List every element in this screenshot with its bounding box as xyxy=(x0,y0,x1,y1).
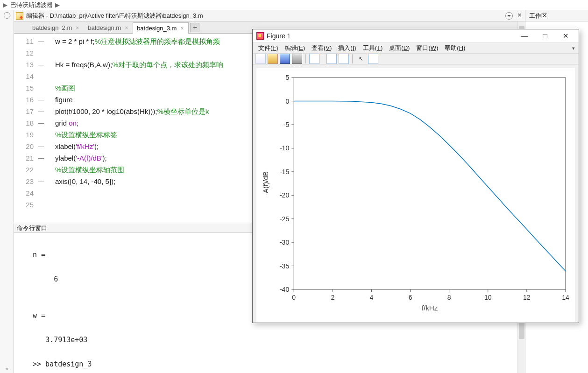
svg-text:-35: -35 xyxy=(280,262,289,270)
svg-text:6: 6 xyxy=(409,294,412,301)
svg-text:-5: -5 xyxy=(283,121,290,128)
colorbar-icon[interactable] xyxy=(339,54,349,64)
svg-text:-15: -15 xyxy=(280,168,289,176)
tab-label: batdesign_3.m xyxy=(137,25,177,32)
menu-查看v[interactable]: 查看(V) xyxy=(309,43,334,53)
inspector-icon[interactable] xyxy=(368,54,378,64)
new-tab-button[interactable]: + xyxy=(190,23,199,32)
menu-工具t[interactable]: 工具(T) xyxy=(360,43,386,53)
svg-text:4: 4 xyxy=(370,294,374,301)
svg-text:0: 0 xyxy=(285,98,289,105)
chevron-down-icon[interactable]: ⌄ xyxy=(5,365,9,371)
chevron-right-icon: ▶ xyxy=(2,0,8,10)
svg-text:0: 0 xyxy=(292,294,296,301)
svg-text:-40: -40 xyxy=(280,286,289,293)
edit-plot-icon[interactable] xyxy=(309,54,319,64)
toolbar-separator xyxy=(323,54,323,63)
save-icon[interactable] xyxy=(280,54,290,64)
svg-text:-A(f)/dB: -A(f)/dB xyxy=(262,171,269,196)
tab-batdesign_2-m[interactable]: batdesign_2.m× xyxy=(28,22,84,33)
menu-桌面d[interactable]: 桌面(D) xyxy=(386,43,412,53)
svg-text:10: 10 xyxy=(484,294,492,301)
tab-label: batdesign.m xyxy=(88,24,121,31)
figure-menubar: 文件(F)编辑(E)查看(V)插入(I)工具(T)桌面(D)窗口(W)帮助(H)… xyxy=(253,43,579,54)
editor-close-button[interactable]: ✕ xyxy=(516,12,523,20)
breadcrumb[interactable]: ▶ 巴特沃斯滤波器 ▶ xyxy=(0,0,588,10)
breadcrumb-item[interactable]: 巴特沃斯滤波器 xyxy=(10,1,53,8)
maximize-button[interactable]: □ xyxy=(535,29,555,42)
close-button[interactable]: ✕ xyxy=(555,29,576,42)
svg-text:2: 2 xyxy=(331,294,334,301)
menu-文件f[interactable]: 文件(F) xyxy=(255,43,281,53)
editor-title: 编辑器 - D:\matlab_prj\Active filter\巴特沃斯滤波… xyxy=(26,12,503,20)
svg-text:f/kHz: f/kHz xyxy=(422,304,438,312)
minimize-button[interactable]: — xyxy=(514,29,535,42)
svg-text:-20: -20 xyxy=(280,191,289,199)
svg-text:12: 12 xyxy=(523,294,531,301)
editor-icon xyxy=(16,12,23,20)
figure-title: Figure 1 xyxy=(267,32,514,40)
new-figure-icon[interactable] xyxy=(255,54,266,64)
svg-rect-0 xyxy=(294,77,566,289)
figure-toolbar xyxy=(253,54,579,64)
svg-text:5: 5 xyxy=(285,74,289,81)
editor-menu-dropdown[interactable] xyxy=(505,12,513,20)
svg-text:-30: -30 xyxy=(280,239,289,246)
dock-figure-icon[interactable]: ▾ xyxy=(572,45,576,51)
tab-batdesign_3-m[interactable]: batdesign_3.m× xyxy=(133,22,189,34)
matlab-figure-icon xyxy=(256,32,264,40)
open-icon[interactable] xyxy=(268,54,278,64)
figure-titlebar[interactable]: Figure 1 — □ ✕ xyxy=(253,29,579,43)
menu-编辑e[interactable]: 编辑(E) xyxy=(282,43,308,53)
collapse-toggle-icon[interactable] xyxy=(4,12,10,19)
toolbar-separator xyxy=(305,54,306,63)
tab-label: batdesign_2.m xyxy=(32,24,72,31)
svg-text:-10: -10 xyxy=(280,144,289,152)
menu-帮助h[interactable]: 帮助(H) xyxy=(442,43,468,53)
svg-text:-25: -25 xyxy=(280,215,289,223)
editor-header: 编辑器 - D:\matlab_prj\Active filter\巴特沃斯滤波… xyxy=(14,10,525,21)
chevron-right-icon: ▶ xyxy=(54,0,61,10)
svg-text:14: 14 xyxy=(562,294,569,301)
tab-close-icon[interactable]: × xyxy=(179,25,184,32)
menu-窗口w[interactable]: 窗口(W) xyxy=(413,43,441,53)
tab-batdesign-m[interactable]: batdesign.m× xyxy=(84,22,133,33)
figure-window[interactable]: Figure 1 — □ ✕ 文件(F)编辑(E)查看(V)插入(I)工具(T)… xyxy=(252,29,579,323)
menu-插入i[interactable]: 插入(I) xyxy=(335,43,359,53)
left-gutter: ⌄ xyxy=(0,10,14,373)
plot-axes[interactable]: 02468101214-40-35-30-25-20-15-10-505f/kH… xyxy=(256,68,575,323)
pointer-icon[interactable] xyxy=(356,54,366,64)
svg-text:8: 8 xyxy=(447,294,451,301)
tab-close-icon[interactable]: × xyxy=(75,25,80,31)
print-icon[interactable] xyxy=(292,54,302,64)
tab-close-icon[interactable]: × xyxy=(124,25,129,31)
workspace-title: 工作区 xyxy=(525,10,588,21)
link-icon[interactable] xyxy=(326,54,337,64)
toolbar-separator xyxy=(352,54,353,63)
